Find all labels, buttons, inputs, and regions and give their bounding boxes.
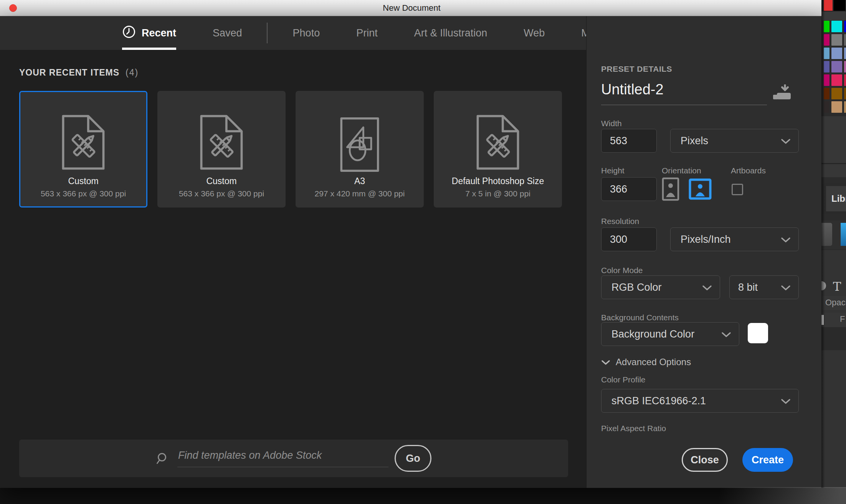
create-button[interactable]: Create — [742, 448, 793, 472]
color-swatch — [824, 74, 829, 86]
tab-web[interactable]: Web — [524, 16, 545, 50]
preset-card-details: 7 x 5 in @ 300 ppi — [435, 189, 561, 198]
recent-items-title: YOUR RECENT ITEMS — [19, 68, 119, 77]
preset-card-custom-2[interactable]: Custom 563 x 366 px @ 300 ppi — [157, 91, 286, 208]
save-preset-icon[interactable] — [773, 84, 791, 102]
tool-icon — [821, 281, 826, 290]
go-button[interactable]: Go — [395, 445, 431, 472]
color-swatch — [831, 34, 842, 46]
color-swatch — [844, 48, 846, 59]
color-profile-dropdown[interactable]: sRGB IEC61966-2.1 — [601, 389, 799, 413]
custom-document-icon — [435, 113, 561, 171]
new-document-dialog: Recent Saved Photo Print Art & Illustrat… — [0, 16, 821, 488]
panel-fragment — [821, 315, 824, 325]
chevron-down-icon — [702, 282, 712, 293]
color-swatch — [824, 34, 829, 46]
window-titlebar: New Document — [0, 0, 823, 16]
orientation-portrait-button[interactable] — [662, 177, 679, 201]
tab-print[interactable]: Print — [356, 16, 378, 50]
preset-card-name: Custom — [159, 176, 284, 186]
color-swatch — [824, 21, 829, 32]
width-unit-dropdown[interactable]: Pixels — [670, 129, 799, 153]
color-swatch — [831, 74, 842, 86]
preset-details-heading: PRESET DETAILS — [601, 64, 672, 74]
advanced-options-label: Advanced Options — [616, 357, 691, 367]
background-color-swatch[interactable] — [748, 323, 768, 343]
tab-saved[interactable]: Saved — [213, 16, 242, 50]
color-swatch — [824, 101, 829, 113]
search-icon — [156, 452, 169, 467]
tab-label: Art & Illustration — [414, 27, 487, 39]
color-mode-dropdown[interactable]: RGB Color — [601, 275, 720, 299]
panel-fragment — [821, 116, 846, 163]
color-swatch — [844, 21, 846, 32]
chevron-down-icon — [781, 282, 791, 293]
artboards-label: Artboards — [731, 166, 766, 175]
chevron-down-icon — [781, 135, 791, 147]
preset-card-custom-1[interactable]: Custom 563 x 366 px @ 300 ppi — [19, 91, 147, 208]
opacity-label: Opaci — [825, 298, 846, 308]
tab-recent[interactable]: Recent — [122, 16, 176, 50]
clock-icon — [122, 25, 136, 41]
color-swatch — [834, 0, 845, 11]
color-swatch — [831, 48, 842, 59]
tab-label: Recent — [142, 27, 176, 39]
preset-card-a3[interactable]: A3 297 x 420 mm @ 300 ppi — [296, 91, 424, 208]
resolution-unit-dropdown[interactable]: Pixels/Inch — [670, 227, 799, 251]
color-swatch — [831, 21, 842, 32]
orientation-landscape-button[interactable] — [689, 178, 712, 200]
color-swatch — [844, 74, 846, 86]
chevron-down-icon — [781, 234, 791, 245]
resolution-input[interactable] — [601, 227, 657, 251]
color-swatch — [844, 101, 846, 113]
color-swatch — [844, 61, 846, 72]
artboards-checkbox[interactable] — [732, 184, 743, 195]
art-shapes-icon — [297, 116, 423, 173]
advanced-options-toggle[interactable]: Advanced Options — [601, 357, 691, 367]
chevron-down-icon — [601, 357, 610, 367]
orientation-label: Orientation — [662, 166, 701, 175]
color-mode-value: RGB Color — [611, 282, 662, 293]
bit-depth-dropdown[interactable]: 8 bit — [729, 275, 799, 299]
height-input[interactable] — [601, 177, 657, 201]
color-swatch — [831, 88, 842, 99]
document-name-input[interactable] — [601, 81, 767, 105]
background-contents-label: Background Contents — [601, 313, 679, 322]
custom-document-icon — [20, 113, 146, 171]
preset-card-details: 563 x 366 px @ 300 ppi — [159, 189, 284, 198]
panel-fragment — [821, 350, 846, 488]
color-swatch — [844, 34, 846, 46]
resolution-label: Resolution — [601, 217, 639, 226]
character-panel-fragment: T — [821, 279, 846, 295]
window-title: New Document — [0, 0, 823, 16]
tab-photo[interactable]: Photo — [293, 16, 320, 50]
color-profile-value: sRGB IEC61966-2.1 — [611, 395, 706, 407]
library-thumbnail — [841, 223, 846, 246]
color-profile-label: Color Profile — [601, 375, 646, 384]
panel-gap — [821, 214, 846, 221]
background-contents-dropdown[interactable]: Background Color — [601, 322, 739, 346]
width-input[interactable] — [601, 129, 657, 153]
color-swatch — [824, 0, 833, 11]
library-thumbnail — [821, 223, 832, 246]
tab-art-illustration[interactable]: Art & Illustration — [414, 16, 487, 50]
color-swatch — [831, 101, 842, 113]
preset-card-name: A3 — [297, 176, 423, 186]
fill-label: F — [840, 314, 845, 324]
preset-details-panel: PRESET DETAILS Width Pixels Height Orien… — [586, 16, 821, 488]
libraries-panel-fragment: Libr — [821, 183, 846, 214]
width-unit-value: Pixels — [681, 135, 708, 147]
app-background-strip: Libr T Opaci F — [821, 0, 846, 488]
stock-search-input[interactable] — [177, 450, 388, 467]
preset-card-details: 563 x 366 px @ 300 ppi — [20, 189, 146, 198]
close-button[interactable]: Close — [682, 448, 728, 472]
tab-label: Web — [524, 27, 545, 39]
preset-card-name: Custom — [20, 176, 146, 186]
preset-card-name: Default Photoshop Size — [435, 176, 561, 186]
color-swatch — [844, 88, 846, 99]
color-swatch — [824, 48, 829, 59]
background-contents-value: Background Color — [611, 328, 694, 340]
libraries-tab: Libr — [826, 186, 846, 211]
preset-card-default-photoshop[interactable]: Default Photoshop Size 7 x 5 in @ 300 pp… — [434, 91, 562, 208]
recent-items-heading: YOUR RECENT ITEMS(4) — [19, 68, 139, 78]
